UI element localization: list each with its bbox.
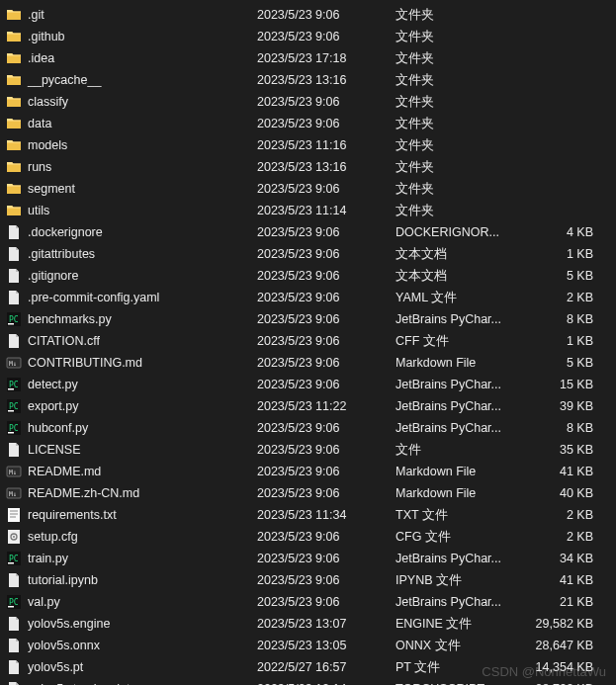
file-name: .idea	[28, 51, 54, 65]
col-name: CITATION.cff	[6, 333, 257, 349]
markdown-icon: M↓	[6, 464, 22, 479]
col-name: .github	[6, 29, 257, 44]
col-name: M↓README.md	[6, 464, 257, 479]
file-name: CONTRIBUTING.md	[28, 356, 142, 370]
file-row[interactable]: .pre-commit-config.yaml2023/5/23 9:06YAM…	[0, 287, 616, 308]
folder-icon	[6, 94, 22, 110]
file-row[interactable]: yolov5s.pt2022/5/27 16:57PT 文件14,354 KB	[0, 656, 616, 678]
file-row[interactable]: data2023/5/23 9:06文件夹	[0, 113, 616, 134]
col-type: CFF 文件	[396, 333, 534, 350]
text-icon	[6, 507, 22, 523]
file-name: .github	[28, 30, 65, 43]
file-row[interactable]: yolov5s.onnx2023/5/23 13:05ONNX 文件28,647…	[0, 635, 616, 656]
file-name: LICENSE	[28, 443, 81, 457]
col-size: 14,354 KB	[534, 660, 603, 674]
file-icon	[6, 442, 22, 458]
col-name: PCdetect.py	[6, 377, 257, 392]
col-date: 2023/5/23 13:05	[257, 639, 396, 652]
file-row[interactable]: .dockerignore2023/5/23 9:06DOCKERIGNOR..…	[0, 221, 616, 243]
col-name: .git	[6, 7, 257, 23]
col-type: 文件夹	[396, 203, 534, 219]
file-row[interactable]: classify2023/5/23 9:06文件夹	[0, 91, 616, 113]
file-row[interactable]: tutorial.ipynb2023/5/23 9:06IPYNB 文件41 K…	[0, 569, 616, 591]
file-row[interactable]: PChubconf.py2023/5/23 9:06JetBrains PyCh…	[0, 417, 616, 439]
file-row[interactable]: __pycache__2023/5/23 13:16文件夹	[0, 69, 616, 91]
folder-icon	[6, 137, 22, 153]
col-date: 2023/5/23 9:06	[257, 421, 396, 435]
markdown-icon: M↓	[6, 485, 22, 501]
col-name: M↓README.zh-CN.md	[6, 485, 257, 501]
file-row[interactable]: PCtrain.py2023/5/23 9:06JetBrains PyChar…	[0, 548, 616, 569]
col-name: utils	[6, 203, 257, 218]
file-row[interactable]: .idea2023/5/23 17:18文件夹	[0, 47, 616, 69]
file-name: setup.cfg	[28, 530, 78, 544]
file-row[interactable]: yolov5s.engine2023/5/23 13:07ENGINE 文件29…	[0, 613, 616, 635]
file-row[interactable]: .git2023/5/23 9:06文件夹	[0, 4, 616, 26]
file-row[interactable]: PCval.py2023/5/23 9:06JetBrains PyChar..…	[0, 591, 616, 613]
col-type: JetBrains PyChar...	[396, 595, 534, 609]
file-icon	[6, 268, 22, 284]
folder-icon	[6, 116, 22, 131]
file-row[interactable]: runs2023/5/23 13:16文件夹	[0, 156, 616, 178]
col-size: 41 KB	[534, 573, 603, 587]
col-date: 2023/5/23 9:06	[257, 8, 396, 22]
file-name: val.py	[28, 595, 60, 609]
file-name: CITATION.cff	[28, 334, 100, 348]
svg-point-24	[13, 536, 15, 538]
col-size: 2 KB	[534, 508, 603, 522]
file-icon	[6, 638, 22, 653]
col-type: JetBrains PyChar...	[396, 552, 534, 565]
file-name: requirements.txt	[28, 508, 117, 522]
file-row[interactable]: .gitattributes2023/5/23 9:06文本文档1 KB	[0, 243, 616, 265]
col-name: yolov5s.pt	[6, 659, 257, 675]
file-row[interactable]: M↓README.zh-CN.md2023/5/23 9:06Markdown …	[0, 482, 616, 504]
col-size: 5 KB	[534, 356, 603, 370]
col-name: setup.cfg	[6, 529, 257, 545]
svg-text:PC: PC	[9, 598, 19, 607]
col-type: JetBrains PyChar...	[396, 378, 534, 391]
col-date: 2023/5/23 9:06	[257, 247, 396, 261]
file-row[interactable]: utils2023/5/23 11:14文件夹	[0, 200, 616, 221]
col-type: Markdown File	[396, 486, 534, 500]
col-name: segment	[6, 181, 257, 197]
col-date: 2023/5/23 17:18	[257, 51, 396, 65]
col-date: 2023/5/23 9:06	[257, 595, 396, 609]
col-date: 2023/5/23 13:16	[257, 160, 396, 174]
col-name: PCval.py	[6, 594, 257, 610]
file-icon	[6, 616, 22, 632]
folder-icon	[6, 72, 22, 88]
col-size: 8 KB	[534, 312, 603, 326]
col-type: PT 文件	[396, 659, 534, 676]
col-type: 文本文档	[396, 268, 534, 285]
file-row[interactable]: CITATION.cff2023/5/23 9:06CFF 文件1 KB	[0, 330, 616, 352]
file-row[interactable]: requirements.txt2023/5/23 11:34TXT 文件2 K…	[0, 504, 616, 526]
col-date: 2023/5/23 11:22	[257, 399, 396, 413]
file-row[interactable]: M↓CONTRIBUTING.md2023/5/23 9:06Markdown …	[0, 352, 616, 374]
col-name: classify	[6, 94, 257, 110]
file-row[interactable]: segment2023/5/23 9:06文件夹	[0, 178, 616, 200]
svg-text:PC: PC	[9, 381, 19, 389]
file-row[interactable]: setup.cfg2023/5/23 9:06CFG 文件2 KB	[0, 526, 616, 548]
col-size: 40 KB	[534, 486, 603, 500]
file-row[interactable]: .github2023/5/23 9:06文件夹	[0, 26, 616, 47]
file-row[interactable]: LICENSE2023/5/23 9:06文件35 KB	[0, 439, 616, 461]
col-name: LICENSE	[6, 442, 257, 458]
col-date: 2023/5/23 9:06	[257, 269, 396, 283]
file-row[interactable]: .gitignore2023/5/23 9:06文本文档5 KB	[0, 265, 616, 287]
col-size: 34 KB	[534, 552, 603, 565]
col-date: 2023/5/23 9:06	[257, 312, 396, 326]
col-date: 2023/5/23 9:06	[257, 334, 396, 348]
col-type: 文本文档	[396, 246, 534, 263]
file-row[interactable]: PCdetect.py2023/5/23 9:06JetBrains PyCha…	[0, 374, 616, 395]
file-row[interactable]: PCexport.py2023/5/23 11:22JetBrains PyCh…	[0, 395, 616, 417]
folder-icon	[6, 7, 22, 23]
file-row[interactable]: M↓README.md2023/5/23 9:06Markdown File41…	[0, 461, 616, 482]
col-type: 文件夹	[396, 159, 534, 176]
file-name: hubconf.py	[28, 421, 88, 435]
col-type: Markdown File	[396, 465, 534, 478]
file-row[interactable]: models2023/5/23 11:16文件夹	[0, 134, 616, 156]
file-row[interactable]: yolov5s.torchscript2023/5/23 12:14TORCHS…	[0, 678, 616, 685]
col-name: M↓CONTRIBUTING.md	[6, 355, 257, 371]
file-row[interactable]: PCbenchmarks.py2023/5/23 9:06JetBrains P…	[0, 308, 616, 330]
folder-icon	[6, 159, 22, 175]
